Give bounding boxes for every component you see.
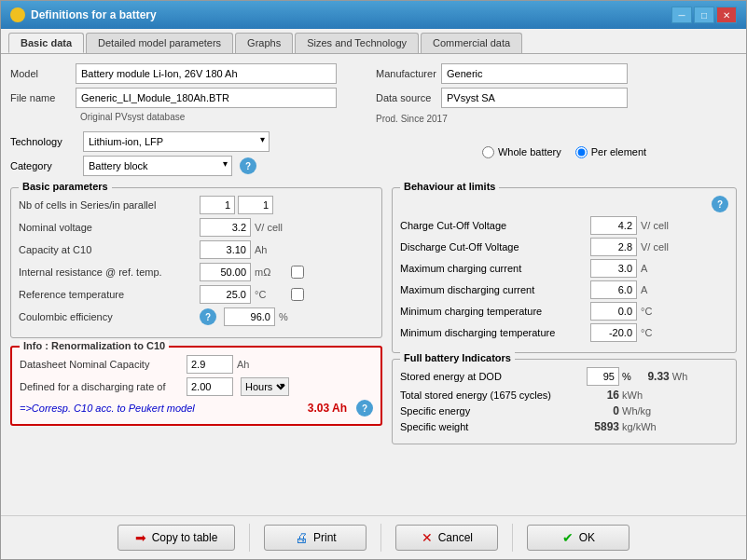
manufacturer-row: Manufacturer [376,63,737,84]
behaviour-help-button[interactable]: ? [712,196,728,212]
stored-energy-value: 9.33 [637,370,670,383]
b-unit-max-discharge: A [641,284,678,295]
filename-label: File name [10,92,71,103]
window-controls: ─ □ ✕ [671,7,737,23]
specific-energy-value: 0 [587,404,619,417]
copy-table-button[interactable]: ➡ Copy to table [118,525,236,551]
info-datasheet-input[interactable] [187,355,233,374]
tab-detailed-model[interactable]: Detailed model parameters [86,33,233,53]
resistance-input[interactable] [200,263,251,281]
stored-energy-row: Stored energy at DOD % 9.33 Wh [400,367,728,386]
button-divider-3 [512,524,513,552]
whole-battery-radio[interactable] [482,146,494,158]
peukert-help-button[interactable]: ? [356,400,373,417]
manufacturer-input[interactable] [441,63,628,84]
category-select-wrapper: Battery block [83,156,232,176]
stored-energy-label: Stored energy at DOD [400,371,587,382]
b-unit-min-charge-temp: °C [641,306,678,317]
print-label: Print [313,531,337,544]
minimize-button[interactable]: ─ [671,7,692,23]
info-discharge-input[interactable] [187,377,233,396]
resistance-unit: mΩ [255,266,287,278]
capacity-input[interactable] [200,240,251,259]
b-row-max-charge: Maximum charging current A [400,259,728,278]
b-value-discharge-cutoff[interactable] [590,238,637,256]
main-window: Definitions for a battery ─ □ ✕ Basic da… [0,0,747,560]
radio-group: Whole battery Per element [482,146,646,158]
tab-commercial-data[interactable]: Commercial data [421,33,522,53]
main-two-col: Basic parameters Nb of cells in Series/i… [10,187,737,452]
left-panel: Basic parameters Nb of cells in Series/i… [10,187,382,452]
cells-inputs [200,196,273,214]
print-button[interactable]: 🖨 Print [264,525,367,551]
maximize-button[interactable]: □ [694,7,714,23]
tech-cat-section: Technology Lithium-ion, LFP Category Bat… [10,131,382,180]
tab-graphs[interactable]: Graphs [235,33,293,53]
b-unit-charge-cutoff: V/ cell [641,220,678,231]
cells-series-input[interactable] [200,196,235,214]
total-stored-value: 16 [587,389,619,402]
param-label-capacity: Capacity at C10 [19,244,196,255]
info-datasheet-unit: Ah [237,359,249,370]
cancel-button[interactable]: ✕ Cancel [395,525,498,551]
b-label-charge-cutoff: Charge Cut-Off Voltage [400,220,587,231]
info-datasheet-label: Datasheet Nominal Capacity [20,359,183,370]
total-stored-unit: kWh [622,389,643,401]
model-row: Model [10,63,371,84]
discharge-unit-select[interactable]: Hours [241,377,289,396]
cancel-label: Cancel [438,531,473,544]
peukert-row: =>Corresp. C10 acc. to Peukert model 3.0… [20,400,373,417]
b-value-max-charge[interactable] [590,259,637,278]
voltage-input[interactable] [200,218,251,237]
resistance-checkbox[interactable] [291,266,304,279]
param-label-resistance: Internal resistance @ ref. temp. [19,266,196,278]
per-element-radio-label[interactable]: Per element [575,146,646,158]
b-value-charge-cutoff[interactable] [590,216,637,235]
b-value-min-discharge-temp[interactable] [590,323,637,342]
tab-basic-data[interactable]: Basic data [8,33,84,53]
cells-parallel-input[interactable] [238,196,273,214]
b-value-min-charge-temp[interactable] [590,302,637,321]
technology-row: Technology Lithium-ion, LFP [10,131,382,152]
category-select[interactable]: Battery block [83,156,232,176]
param-label-cells: Nb of cells in Series/in parallel [19,199,196,211]
param-row-coulombic: Coulombic efficiency ? % [19,307,374,326]
b-row-max-discharge: Maximum discharging current A [400,280,728,299]
category-row: Category Battery block ? [10,156,382,176]
prod-since: Prod. Since 2017 [376,114,737,124]
ok-button[interactable]: ✔ OK [527,525,629,551]
coulombic-input[interactable] [224,307,275,326]
stored-energy-pct-symbol: % [622,371,631,382]
b-value-max-discharge[interactable] [590,280,637,299]
whole-battery-radio-label[interactable]: Whole battery [482,146,561,158]
manufacturer-label: Manufacturer [376,68,436,79]
db-note: Original PVsyst database [80,112,371,122]
param-label-voltage: Nominal voltage [19,222,196,233]
window-title: Definitions for a battery [31,8,157,21]
param-label-reftemp: Reference temperature [19,289,196,300]
technology-select[interactable]: Lithium-ion, LFP [83,131,270,152]
b-row-discharge-cutoff: Discharge Cut-Off Voltage V/ cell [400,238,728,256]
per-element-radio[interactable] [575,146,588,158]
full-battery-section: Full battery Indicators Stored energy at… [392,359,737,444]
param-row-resistance: Internal resistance @ ref. temp. mΩ [19,263,374,281]
stored-energy-pct-input[interactable] [587,367,619,386]
datasource-row: Data source [376,88,737,108]
category-help-button[interactable]: ? [240,157,256,174]
technology-label: Technology [10,136,76,147]
capacity-unit: Ah [255,244,287,255]
tab-sizes-technology[interactable]: Sizes and Technology [295,33,419,53]
info-discharge-label: Defined for a discharging rate of [20,381,183,392]
reftemp-checkbox[interactable] [291,288,304,301]
right-panel: Behaviour at limits ? Charge Cut-Off Vol… [392,187,737,452]
specific-weight-row: Specific weight 5893 kg/kWh [400,420,728,433]
reftemp-input[interactable] [200,285,251,304]
datasource-input[interactable] [441,88,628,108]
coulombic-help-button[interactable]: ? [200,308,216,325]
model-input[interactable] [76,63,337,84]
b-row-min-discharge-temp: Minimum discharging temperature °C [400,323,728,342]
close-button[interactable]: ✕ [716,7,737,23]
filename-input[interactable] [76,88,337,108]
category-label: Category [10,160,76,171]
b-row-charge-cutoff: Charge Cut-Off Voltage V/ cell [400,216,728,235]
